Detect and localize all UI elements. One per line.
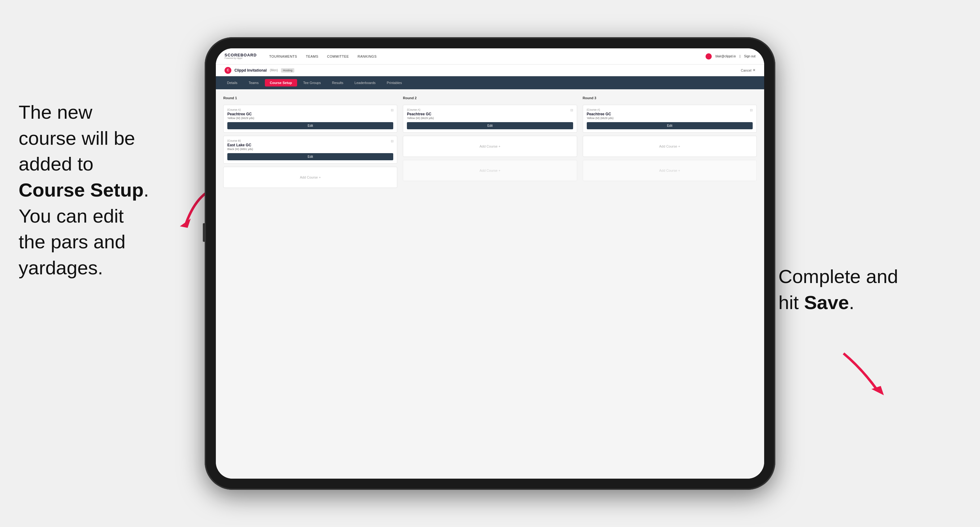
top-nav: SCOREBOARD Powered by clippd TOURNAMENTS…	[216, 48, 764, 65]
right-arrow-icon	[831, 350, 893, 400]
cancel-button[interactable]: Cancel ✕	[741, 68, 756, 72]
nav-links: TOURNAMENTS TEAMS COMMITTEE RANKINGS	[269, 54, 706, 58]
course-a-label: (Course A)	[228, 108, 393, 111]
tabs-bar: Details Teams Course Setup Tee Groups Re…	[216, 76, 764, 89]
round1-course-b-card: ⊟ (Course B) East Lake GC Black (M) (689…	[223, 136, 397, 163]
brand-subtitle: Powered by clippd	[224, 57, 257, 60]
card-menu-icon-r3a: ⊟	[749, 108, 754, 113]
r3-course-a-details: Yellow (M) (6629 yds)	[587, 117, 752, 120]
user-email: blair@clippd.io	[716, 54, 736, 58]
round3-add-course-button[interactable]: Add Course +	[583, 136, 757, 157]
r2-course-a-name: Peachtree GC	[407, 112, 573, 116]
round1-course-a-edit-button[interactable]: Edit	[228, 122, 393, 129]
tab-teams[interactable]: Teams	[244, 79, 264, 86]
tab-printables[interactable]: Printables	[382, 79, 407, 86]
r3-course-a-label: (Course A)	[587, 108, 752, 111]
tournament-type: (Men)	[270, 68, 278, 72]
round3-add-course-disabled: Add Course +	[583, 160, 757, 181]
right-annotation: Complete andhit Save.	[778, 264, 940, 315]
round-1-header: Round 1	[223, 96, 397, 100]
round2-course-a-edit-button[interactable]: Edit	[407, 122, 573, 129]
course-b-details: Black (M) (6891 yds)	[228, 148, 393, 151]
r2-course-a-label: (Course A)	[407, 108, 573, 111]
tab-details[interactable]: Details	[222, 79, 242, 86]
round3-course-a-card: ⊟ (Course A) Peachtree GC Yellow (M) (66…	[583, 105, 757, 133]
tournament-name: Clippd Invitational	[234, 68, 267, 73]
round1-add-course-label: Add Course +	[300, 175, 321, 179]
round-2-column: Round 2 ⊟ (Course A) Peachtree GC Yellow…	[403, 96, 577, 188]
sign-out-link[interactable]: Sign out	[744, 54, 756, 58]
tablet-shell: SCOREBOARD Powered by clippd TOURNAMENTS…	[205, 37, 775, 490]
round3-add-course-disabled-label: Add Course +	[659, 169, 681, 172]
round-1-column: Round 1 ⊟ (Course A) Peachtree GC Yellow…	[223, 96, 397, 188]
tournament-badge: Hosting	[281, 68, 294, 73]
rounds-grid: Round 1 ⊟ (Course A) Peachtree GC Yellow…	[223, 96, 757, 188]
round3-course-a-edit-button[interactable]: Edit	[587, 122, 752, 129]
nav-right: blair@clippd.io | Sign out	[706, 53, 756, 60]
course-b-name: East Lake GC	[228, 143, 393, 147]
r3-course-a-name: Peachtree GC	[587, 112, 752, 116]
round1-add-course-button[interactable]: Add Course +	[223, 167, 397, 188]
brand-title: SCOREBOARD	[224, 53, 257, 57]
round2-course-a-card: ⊟ (Course A) Peachtree GC Yellow (M) (66…	[403, 105, 577, 133]
round2-add-course-label: Add Course +	[479, 144, 501, 148]
tournament-info: C Clippd Invitational (Men) Hosting	[224, 67, 294, 74]
brand: SCOREBOARD Powered by clippd	[224, 53, 257, 60]
tab-course-setup[interactable]: Course Setup	[265, 79, 297, 86]
round1-course-a-card: ⊟ (Course A) Peachtree GC Yellow (M) (66…	[223, 105, 397, 133]
course-b-label: (Course B)	[228, 139, 393, 142]
tablet-side-button	[203, 223, 205, 242]
r2-course-a-details: Yellow (M) (6629 yds)	[407, 117, 573, 120]
tab-tee-groups[interactable]: Tee Groups	[298, 79, 326, 86]
annotation-text-right: Complete andhit Save.	[778, 266, 898, 313]
annotation-text: The newcourse will beadded toCourse Setu…	[19, 102, 149, 278]
svg-marker-1	[872, 386, 884, 395]
nav-rankings[interactable]: RANKINGS	[358, 54, 377, 58]
round2-add-course-disabled: Add Course +	[403, 160, 577, 181]
left-annotation: The newcourse will beadded toCourse Setu…	[19, 99, 199, 281]
round-3-column: Round 3 ⊟ (Course A) Peachtree GC Yellow…	[583, 96, 757, 188]
tab-leaderboards[interactable]: Leaderboards	[350, 79, 380, 86]
tournament-bar: C Clippd Invitational (Men) Hosting Canc…	[216, 65, 764, 76]
card-menu-icon-r2a: ⊟	[570, 108, 574, 113]
avatar	[706, 53, 712, 60]
round2-add-course-button[interactable]: Add Course +	[403, 136, 577, 157]
nav-tournaments[interactable]: TOURNAMENTS	[269, 54, 297, 58]
nav-committee[interactable]: COMMITTEE	[327, 54, 349, 58]
round1-course-b-edit-button[interactable]: Edit	[228, 153, 393, 160]
round-2-header: Round 2	[403, 96, 577, 100]
course-a-details: Yellow (M) (6629 yds)	[228, 117, 393, 120]
close-icon: ✕	[752, 68, 756, 72]
nav-teams[interactable]: TEAMS	[306, 54, 318, 58]
round2-add-course-disabled-label: Add Course +	[479, 169, 501, 172]
tablet-screen: SCOREBOARD Powered by clippd TOURNAMENTS…	[216, 48, 764, 479]
round3-add-course-label: Add Course +	[659, 144, 681, 148]
card-menu-icon-b: ⊟	[390, 138, 395, 143]
round-3-header: Round 3	[583, 96, 757, 100]
course-a-name: Peachtree GC	[228, 112, 393, 116]
separator: |	[740, 54, 741, 58]
card-menu-icon: ⊟	[390, 108, 395, 113]
main-content: Round 1 ⊟ (Course A) Peachtree GC Yellow…	[216, 89, 764, 479]
tab-results[interactable]: Results	[327, 79, 348, 86]
tournament-logo: C	[224, 67, 231, 74]
